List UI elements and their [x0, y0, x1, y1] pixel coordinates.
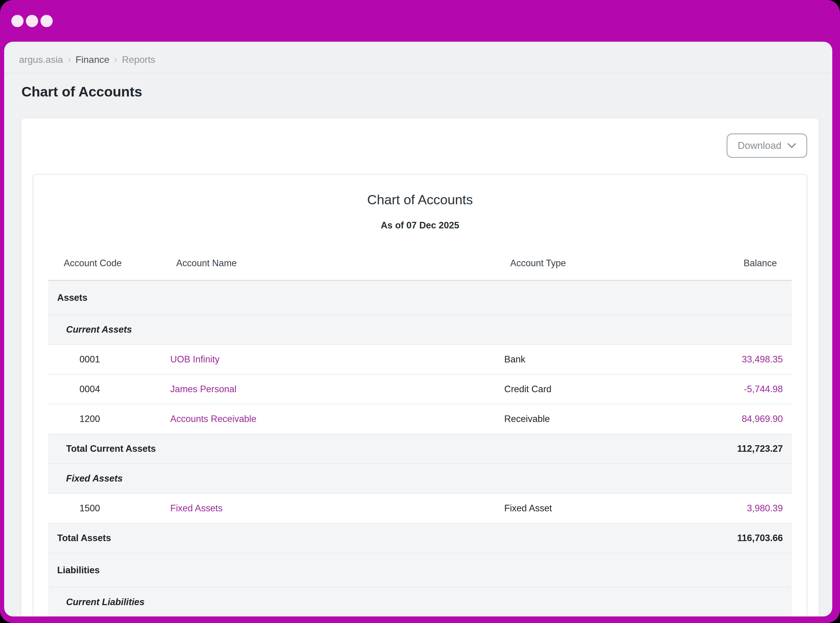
account-name-link[interactable]: Accounts Receivable [170, 414, 257, 424]
window-control-dot[interactable] [11, 15, 23, 27]
account-balance-link[interactable]: -5,744.98 [744, 384, 783, 394]
account-type: Bank [501, 354, 673, 365]
section-label: Current Liabilities [48, 597, 792, 608]
download-button-label: Download [737, 140, 781, 151]
account-name-link[interactable]: Fixed Assets [170, 503, 223, 513]
account-type: Credit Card [501, 384, 673, 394]
breadcrumb-separator: › [68, 54, 71, 65]
account-name-link[interactable]: UOB Infinity [170, 354, 219, 365]
page-title: Chart of Accounts [21, 84, 832, 100]
account-name-link[interactable]: James Personal [170, 384, 236, 394]
total-label: Total Assets [48, 533, 667, 543]
section-row: Current Liabilities [48, 588, 792, 617]
column-header-account-type: Account Type [501, 258, 673, 269]
report-subtitle: As of 07 Dec 2025 [33, 220, 807, 231]
window-control-dot[interactable] [40, 15, 53, 27]
account-type: Receivable [501, 414, 673, 424]
breadcrumb-divider [4, 73, 832, 73]
report-card: Download Chart of Accounts As of 07 Dec … [21, 118, 819, 617]
account-balance-link[interactable]: 3,980.39 [747, 503, 783, 513]
table-row: 0001 UOB Infinity Bank 33,498.35 [48, 345, 792, 374]
table-row: 1500 Fixed Assets Fixed Asset 3,980.39 [48, 494, 792, 523]
report-title: Chart of Accounts [33, 192, 807, 208]
section-row: Assets [48, 281, 792, 315]
account-type: Fixed Asset [501, 503, 673, 514]
section-label: Current Assets [48, 324, 792, 335]
breadcrumb-separator: › [114, 54, 117, 65]
account-name-cell: James Personal [167, 384, 501, 394]
account-code: 1200 [48, 414, 167, 424]
table-row: 0004 James Personal Credit Card -5,744.9… [48, 374, 792, 404]
table-row: 1200 Accounts Receivable Receivable 84,9… [48, 404, 792, 434]
page-content: argus.asia › Finance › Reports Chart of … [4, 42, 832, 617]
account-name-cell: UOB Infinity [167, 354, 501, 365]
total-label: Total Current Assets [48, 443, 667, 454]
download-button[interactable]: Download [727, 134, 807, 158]
column-header-balance: Balance [673, 258, 792, 269]
section-row: Current Assets [48, 315, 792, 345]
report-toolbar: Download [33, 134, 807, 158]
section-row: Fixed Assets [48, 464, 792, 494]
account-balance-cell: -5,744.98 [673, 384, 792, 394]
report-table-body: Assets Current Assets 0001 UOB Infinity … [48, 281, 792, 617]
column-header-account-code: Account Code [48, 258, 167, 269]
account-balance-link[interactable]: 33,498.35 [742, 354, 783, 365]
total-row: Total Current Assets 112,723.27 [48, 434, 792, 464]
account-name-cell: Fixed Assets [167, 503, 501, 514]
total-balance: 112,723.27 [667, 443, 792, 454]
account-balance-cell: 33,498.35 [673, 354, 792, 365]
account-name-cell: Accounts Receivable [167, 414, 501, 424]
total-row: Total Assets 116,703.66 [48, 523, 792, 553]
breadcrumb: argus.asia › Finance › Reports [4, 42, 832, 73]
breadcrumb-item-site[interactable]: argus.asia [19, 54, 63, 65]
section-label: Liabilities [48, 565, 792, 575]
app-window: argus.asia › Finance › Reports Chart of … [0, 0, 840, 623]
report-table: Account Code Account Name Account Type B… [48, 247, 792, 617]
total-balance: 116,703.66 [667, 533, 792, 543]
account-balance-link[interactable]: 84,969.90 [742, 414, 783, 424]
chevron-down-icon [787, 143, 796, 148]
section-label: Fixed Assets [48, 473, 792, 484]
section-row: Liabilities [48, 553, 792, 588]
account-balance-cell: 3,980.39 [673, 503, 792, 514]
section-label: Assets [48, 292, 792, 303]
column-header-account-name: Account Name [167, 258, 501, 269]
account-code: 0004 [48, 384, 167, 394]
account-balance-cell: 84,969.90 [673, 414, 792, 424]
breadcrumb-item-reports[interactable]: Reports [122, 54, 155, 65]
table-header-row: Account Code Account Name Account Type B… [48, 247, 792, 281]
report-box: Chart of Accounts As of 07 Dec 2025 Acco… [33, 174, 807, 617]
breadcrumb-item-finance[interactable]: Finance [76, 54, 110, 65]
window-titlebar [0, 0, 840, 42]
account-code: 0001 [48, 354, 167, 365]
account-code: 1500 [48, 503, 167, 514]
window-control-dot[interactable] [26, 15, 38, 27]
window-controls [11, 15, 53, 27]
